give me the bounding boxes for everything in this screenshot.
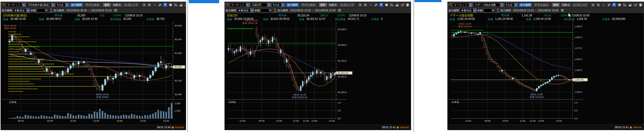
mode-button-spread[interactable]: スプレッド <box>572 3 588 7</box>
ohlc-value: 1,130.34 12:56 <box>533 17 551 21</box>
ohlc-label: 始値 <box>450 17 455 21</box>
svg-text:30,300: 30,300 <box>174 52 182 54</box>
timeframe-select[interactable]: 5分足▼ <box>56 3 69 7</box>
svg-text:09/16 12:55: 09/16 12:55 <box>530 93 543 96</box>
zoom-in-button[interactable] <box>363 3 368 7</box>
price-change-pct: -0.62% <box>328 14 345 17</box>
quote-datetime: 21/09/16 15:00 <box>572 14 589 17</box>
bar-count-stepper[interactable]: ▼▲ <box>497 8 499 13</box>
mode-button-indexed[interactable]: 指数化 <box>111 3 123 7</box>
count-mode-select-value: 本数指定 <box>13 9 26 12</box>
crosshair-button[interactable] <box>591 3 595 7</box>
reload-button[interactable] <box>337 8 342 13</box>
stepper-up-icon[interactable]: ▲ <box>274 11 277 13</box>
stepper-down-icon[interactable]: ▼ <box>274 8 277 10</box>
status-bar: 09/16 15:41Interval <box>448 125 644 130</box>
info-button[interactable] <box>384 3 389 7</box>
zoom-in-button[interactable] <box>596 3 601 7</box>
mode-button-normal[interactable]: 通常 <box>103 3 111 7</box>
count-mode-select[interactable]: 本数指定▼ <box>13 8 30 12</box>
timeframe-select[interactable]: 5分足▼ <box>505 3 518 7</box>
count-mode-select[interactable]: 本数指定▼ <box>460 8 477 12</box>
count-mode-select[interactable]: 本数指定▼ <box>237 8 254 12</box>
yen-button[interactable]: ¥ <box>612 3 616 7</box>
link-icon[interactable]: 1 <box>2 2 5 7</box>
area-chart-button[interactable] <box>395 3 399 7</box>
instrument-select-value: マザーズ総合指数 <box>474 3 500 7</box>
tick-chart-icon: W <box>390 3 393 6</box>
display-period-button[interactable]: 表示期間 <box>519 3 532 7</box>
technical-button[interactable]: テクニカル <box>300 3 317 7</box>
info-button[interactable] <box>168 3 173 7</box>
tick-chart-icon: W <box>623 3 626 6</box>
pencil-button[interactable] <box>606 3 611 7</box>
chart-canvas[interactable]: 1,190.01,180.01,170.01,160.01,150.01,140… <box>448 2 644 130</box>
stepper-down-icon[interactable]: ▼ <box>50 8 53 10</box>
display-period-button[interactable]: 表示期間 <box>70 3 83 7</box>
zoom-out-button[interactable] <box>152 3 157 7</box>
link-icon[interactable]: 1 <box>226 2 229 7</box>
mode-button-indexed[interactable]: 指数化 <box>327 3 339 7</box>
market-select[interactable]: マーケット▼ <box>453 3 472 7</box>
yen-button[interactable]: ¥ <box>379 3 384 7</box>
market-select[interactable]: マーケット▼ <box>6 3 26 7</box>
chart-window: 1マーケット▼日経225▼5分足▼表示期間テクニカル通常指数化スプレッド¥W表示… <box>224 2 411 130</box>
stepper-up-icon[interactable]: ▲ <box>50 11 53 13</box>
crosshair-button[interactable] <box>142 3 146 7</box>
display-period-button[interactable]: 表示期間 <box>286 3 299 7</box>
printer-button[interactable] <box>638 3 643 7</box>
wrench-button[interactable] <box>400 3 405 7</box>
pencil-icon <box>159 3 161 6</box>
crosshair-icon <box>143 3 146 6</box>
tick-chart-button[interactable]: W <box>622 3 627 7</box>
svg-text:1.0: 1.0 <box>337 101 341 104</box>
tick-chart-button[interactable]: W <box>173 3 178 7</box>
svg-text:14:00: 14:00 <box>465 120 471 122</box>
bar-count-stepper[interactable]: ▼▲ <box>274 8 277 13</box>
bar-count-input[interactable] <box>261 8 273 12</box>
wrench-icon <box>401 3 404 6</box>
technical-button[interactable]: テクニカル <box>84 3 101 7</box>
pencil-button[interactable] <box>157 3 162 7</box>
area-chart-button[interactable] <box>179 3 183 7</box>
link-icon[interactable]: 1 <box>448 2 452 7</box>
tick-chart-button[interactable]: W <box>389 3 394 7</box>
window-separator <box>413 0 414 132</box>
wrench-button[interactable] <box>633 3 638 7</box>
zoom-in-button[interactable] <box>147 3 152 7</box>
bar-count-input[interactable] <box>37 8 49 12</box>
wrench-button[interactable] <box>184 3 186 7</box>
mode-button-spread[interactable]: スプレッド <box>339 3 355 7</box>
crosshair-button[interactable] <box>358 3 362 7</box>
yen-button[interactable]: ¥ <box>163 3 168 7</box>
svg-text:1: 1 <box>228 5 229 6</box>
printer-button[interactable] <box>405 3 410 7</box>
chart-canvas[interactable]: 30,600.030,500.030,400.030,300.030,200.0… <box>225 2 411 130</box>
chart-canvas[interactable]: 30,50030,40030,30030,20030,10030,0002,00… <box>1 2 186 130</box>
market-select[interactable]: マーケット▼ <box>230 3 250 7</box>
bar-count-stepper[interactable]: ▼▲ <box>50 8 53 13</box>
mode-button-indexed[interactable]: 指数化 <box>560 3 571 7</box>
stepper-up-icon[interactable]: ▲ <box>497 11 499 13</box>
reload-button[interactable] <box>560 8 565 13</box>
mode-button-spread[interactable]: スプレッド <box>123 3 139 7</box>
zoom-out-button[interactable] <box>601 3 606 7</box>
pencil-button[interactable] <box>373 3 378 7</box>
instrument-select[interactable]: マザーズ総合指数▼ <box>473 3 504 7</box>
instrument-select[interactable]: 日経225▼ <box>250 3 271 7</box>
ohlc-item: 前日終値30,511.71 <box>335 17 371 21</box>
mode-button-normal[interactable]: 通常 <box>319 3 327 7</box>
technical-button[interactable]: テクニカル <box>533 3 550 7</box>
reload-button[interactable] <box>113 8 118 13</box>
info-button[interactable] <box>617 3 622 7</box>
timeframe-select[interactable]: 5分足▼ <box>272 3 285 7</box>
area-chart-button[interactable] <box>628 3 632 7</box>
stepper-down-icon[interactable]: ▼ <box>497 8 499 10</box>
zoom-out-button[interactable] <box>368 3 373 7</box>
bar-count-input[interactable] <box>484 8 496 12</box>
instrument-select[interactable]: 225先物大阪(期近)▼ <box>26 3 55 7</box>
quote-datetime: 21/09/16 15:15 <box>349 14 367 17</box>
svg-text:0.5: 0.5 <box>574 109 578 112</box>
svg-text:10:00: 10:00 <box>276 120 282 122</box>
mode-button-normal[interactable]: 通常 <box>552 3 560 7</box>
